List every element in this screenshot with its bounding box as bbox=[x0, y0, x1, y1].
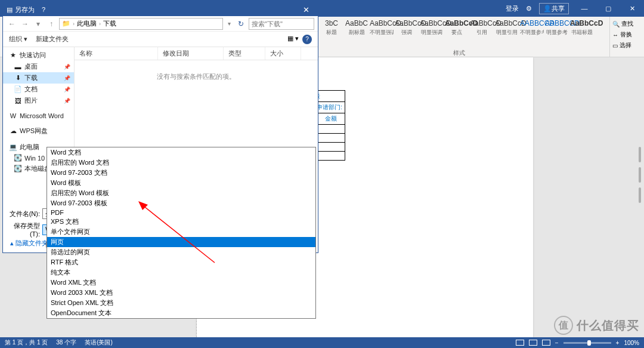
style-item[interactable]: AaBbCcD.不明显强调 bbox=[370, 18, 394, 36]
organize-button[interactable]: 组织 ▾ bbox=[9, 35, 27, 44]
pc-icon: 📁 bbox=[62, 20, 70, 27]
savetype-option[interactable]: RTF 格式 bbox=[47, 257, 315, 267]
status-words[interactable]: 38 个字 bbox=[56, 338, 76, 347]
savetype-option[interactable]: OpenDocument 文本 bbox=[47, 308, 315, 318]
savetype-option[interactable]: 启用宏的 Word 文档 bbox=[47, 158, 315, 168]
pin-icon: 📌 bbox=[64, 87, 70, 93]
dialog-close-icon[interactable]: ✕ bbox=[294, 5, 318, 14]
editing-group: 🔍 查找 ↔ 替换 ▭ 选择 bbox=[609, 17, 644, 57]
empty-message: 没有与搜索条件匹配的项。 bbox=[75, 72, 318, 81]
login-link[interactable]: 登录 bbox=[502, 4, 522, 13]
savetype-label: 保存类型(T): bbox=[9, 221, 42, 238]
folder-icon: ☁ bbox=[9, 127, 17, 135]
tree-item[interactable]: ★快速访问 bbox=[3, 50, 74, 61]
tree-item[interactable]: ☁WPS网盘 bbox=[3, 125, 74, 137]
ribbon-group-label: 样式 bbox=[453, 49, 465, 57]
zoom-value[interactable]: 100% bbox=[624, 340, 639, 346]
refresh-icon[interactable]: ↻ bbox=[236, 20, 246, 28]
pin-icon: 📌 bbox=[64, 98, 70, 104]
tree-item[interactable]: ▬桌面📌 bbox=[3, 61, 74, 72]
word-settings-icon[interactable]: ⚙ bbox=[522, 5, 535, 13]
dialog-title: 另存为 bbox=[15, 5, 35, 14]
tree-item[interactable]: WMicrosoft Word bbox=[3, 111, 74, 121]
style-item[interactable]: AaBbCcD.明显强调 bbox=[420, 18, 444, 36]
folder-icon: 💻 bbox=[9, 143, 17, 151]
pin-icon: 📌 bbox=[64, 64, 70, 70]
savetype-option[interactable]: Word XML 文档 bbox=[47, 278, 315, 288]
view-read-icon[interactable] bbox=[516, 340, 524, 346]
savetype-option[interactable]: 单个文件网页 bbox=[47, 227, 315, 237]
nav-dd-icon[interactable]: ▾ bbox=[33, 19, 44, 29]
nav-up-icon[interactable]: ↑ bbox=[46, 19, 57, 29]
share-button[interactable]: 👤 共享 bbox=[539, 3, 569, 14]
savetype-option[interactable]: Strict Open XML 文档 bbox=[47, 298, 315, 308]
style-item[interactable]: AaBbCcD明显引用 bbox=[495, 18, 519, 36]
nav-back-icon[interactable]: ← bbox=[7, 19, 17, 29]
folder-icon: ▬ bbox=[14, 63, 22, 70]
dialog-toolbar: 组织 ▾ 新建文件夹 ▦ ▾ ? bbox=[3, 32, 318, 47]
savetype-option[interactable]: Word 97-2003 模板 bbox=[47, 198, 315, 208]
dialog-nav: ← → ▾ ↑ 📁 › 此电脑 › 下载 ▾ ↻ bbox=[3, 16, 318, 32]
style-item[interactable]: AaBbCcD要点 bbox=[445, 18, 469, 36]
folder-icon: 💽 bbox=[14, 154, 22, 162]
status-bar: 第 1 页，共 1 页 38 个字 英语(美国) − + 100% bbox=[0, 337, 644, 348]
dialog-titlebar: ▤ 另存为 ? ✕ bbox=[3, 3, 318, 16]
savetype-dropdown[interactable]: Word 文档启用宏的 Word 文档Word 97-2003 文档Word 模… bbox=[47, 147, 316, 319]
newfolder-button[interactable]: 新建文件夹 bbox=[36, 35, 69, 44]
path-bar[interactable]: 📁 › 此电脑 › 下载 bbox=[59, 18, 223, 30]
folder-icon: ★ bbox=[9, 51, 17, 59]
watermark: 值 什么值得买 bbox=[554, 316, 639, 335]
list-header[interactable]: 名称 修改日期 类型 大小 bbox=[75, 47, 318, 60]
view-print-icon[interactable] bbox=[529, 340, 537, 346]
style-item[interactable]: AABBCCD不明显参考 bbox=[520, 18, 544, 36]
dialog-help-icon[interactable]: ? bbox=[35, 6, 52, 13]
find-button[interactable]: 🔍 查找 bbox=[612, 19, 642, 29]
tree-item[interactable]: 📄文档📌 bbox=[3, 84, 74, 95]
scrollbar[interactable] bbox=[636, 57, 644, 337]
savetype-option[interactable]: 筛选过的网页 bbox=[47, 247, 315, 257]
view-options-icon[interactable]: ▦ ▾ bbox=[287, 35, 299, 44]
style-item[interactable]: AaBbCcD引用 bbox=[470, 18, 494, 36]
folder-icon: 💽 bbox=[14, 165, 22, 173]
style-item[interactable]: AABBCCD明显参考 bbox=[545, 18, 569, 36]
zoom-in-icon[interactable]: + bbox=[616, 340, 620, 346]
savetype-option[interactable]: Word 2003 XML 文档 bbox=[47, 288, 315, 298]
savetype-option[interactable]: 网页 bbox=[47, 237, 315, 247]
path-dd-icon[interactable]: ▾ bbox=[225, 20, 233, 27]
tree-item[interactable]: ⬇下载📌 bbox=[3, 72, 74, 84]
close-icon[interactable]: ✕ bbox=[620, 0, 644, 17]
tree-item[interactable]: 🖼图片📌 bbox=[3, 95, 74, 106]
view-web-icon[interactable] bbox=[542, 340, 550, 346]
filename-label: 文件名(N): bbox=[9, 210, 42, 218]
nav-fwd-icon[interactable]: → bbox=[20, 19, 30, 29]
style-item[interactable]: AaBbCcD书籍标题 bbox=[570, 18, 594, 36]
pin-icon: 📌 bbox=[64, 75, 70, 81]
minimize-icon[interactable]: — bbox=[572, 0, 596, 17]
style-item[interactable]: AaBbC副标题 bbox=[345, 18, 369, 36]
folder-icon: ⬇ bbox=[14, 74, 22, 82]
savetype-option[interactable]: 纯文本 bbox=[47, 267, 315, 278]
zoom-slider[interactable] bbox=[564, 342, 611, 344]
select-button[interactable]: ▭ 选择 bbox=[612, 40, 642, 51]
word-icon: ▤ bbox=[7, 6, 13, 14]
savetype-option[interactable]: XPS 文档 bbox=[47, 217, 315, 227]
status-page[interactable]: 第 1 页，共 1 页 bbox=[5, 338, 48, 347]
folder-icon: W bbox=[9, 112, 17, 119]
maximize-icon[interactable]: ▢ bbox=[596, 0, 620, 17]
folder-icon: 📄 bbox=[14, 85, 22, 93]
zoom-out-icon[interactable]: − bbox=[555, 340, 559, 346]
watermark-badge-icon: 值 bbox=[554, 316, 573, 335]
status-lang[interactable]: 英语(美国) bbox=[85, 338, 113, 347]
replace-button[interactable]: ↔ 替换 bbox=[612, 29, 642, 40]
savetype-option[interactable]: Word 97-2003 文档 bbox=[47, 168, 315, 178]
savetype-option[interactable]: Word 模板 bbox=[47, 178, 315, 188]
style-item[interactable]: AaBbCcD.强调 bbox=[395, 18, 419, 36]
search-input[interactable] bbox=[249, 18, 314, 30]
style-item[interactable]: 3bC标题 bbox=[320, 18, 343, 36]
hide-folders-link[interactable]: 隐藏文件夹 bbox=[10, 239, 48, 248]
savetype-option[interactable]: PDF bbox=[47, 208, 315, 217]
folder-icon: 🖼 bbox=[14, 97, 22, 104]
savetype-option[interactable]: 启用宏的 Word 模板 bbox=[47, 188, 315, 198]
savetype-option[interactable]: Word 文档 bbox=[47, 147, 315, 158]
help-icon[interactable]: ? bbox=[302, 35, 312, 44]
